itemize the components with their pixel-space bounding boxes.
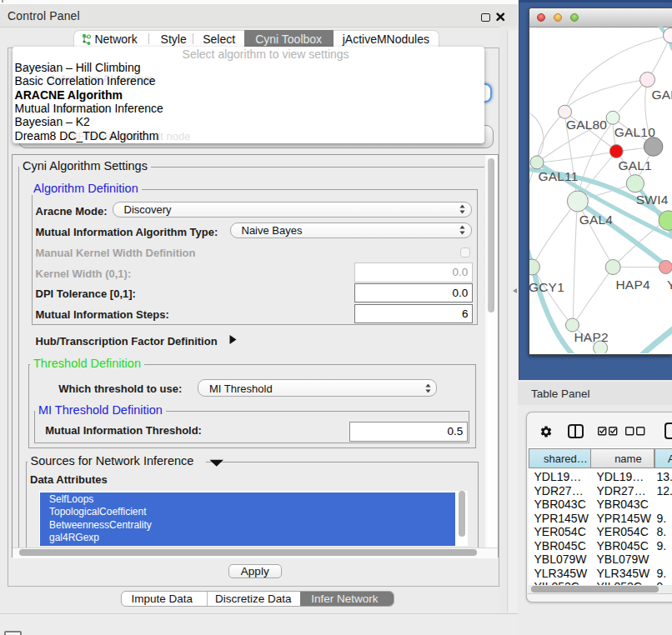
svg-text:GCY1: GCY1 — [529, 279, 564, 293]
svg-text:SWI4: SWI4 — [635, 192, 668, 207]
svg-text:GAL1: GAL1 — [618, 158, 651, 172]
svg-text:GAL11: GAL11 — [538, 168, 578, 182]
svg-text:HAP2: HAP2 — [574, 330, 608, 344]
svg-text:GAL80: GAL80 — [565, 118, 606, 132]
svg-text:GAL4: GAL4 — [579, 212, 613, 226]
svg-text:GAL7: GAL7 — [651, 88, 672, 102]
svg-text:GAL10: GAL10 — [614, 124, 654, 138]
svg-text:Y: Y — [666, 278, 672, 292]
svg-text:HAP4: HAP4 — [615, 278, 649, 292]
